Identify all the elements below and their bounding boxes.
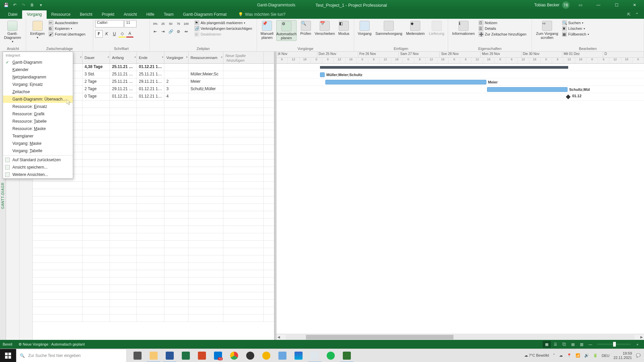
menu-save-view[interactable]: Ansicht speichern... (3, 164, 73, 171)
pct25-button[interactable]: 25 (159, 20, 167, 27)
table-row-empty[interactable] (33, 263, 274, 270)
tab-projekt[interactable]: Projekt (97, 10, 119, 19)
volume-icon[interactable]: 🔊 (584, 353, 589, 358)
table-row-empty[interactable] (33, 189, 274, 196)
view-menu-item[interactable]: Teamplaner (3, 132, 73, 140)
zoom-in-icon[interactable]: ＋ (633, 341, 641, 348)
notification-icon[interactable]: 💬 (636, 353, 641, 358)
tab-bericht[interactable]: Bericht (75, 10, 97, 19)
col-end[interactable]: Ende▾ (137, 52, 164, 63)
app-yellow[interactable] (258, 349, 274, 362)
table-row-empty[interactable] (33, 241, 274, 248)
deactivate-button[interactable]: ⊘Deaktivieren (194, 32, 253, 37)
gantt-task-bar[interactable]: Meier (325, 80, 486, 84)
view-menu-item[interactable]: Vorgang: Maske (3, 140, 73, 147)
chrome-app[interactable] (226, 349, 242, 362)
scroll-left-icon[interactable]: ◀ (276, 335, 281, 339)
share-icon[interactable]: ⇱ (627, 12, 633, 17)
cell-pred[interactable]: 3 (164, 86, 189, 93)
tab-datei[interactable]: Datei (3, 10, 22, 19)
view-menu-item[interactable]: Netzplandiagramm (3, 73, 73, 81)
onedrive-icon[interactable]: ☁ (559, 353, 563, 358)
copy-button[interactable]: ⧉Kopieren▾ (48, 26, 86, 31)
font-name-select[interactable]: Calibri (95, 20, 124, 27)
notepad-app[interactable] (307, 349, 323, 362)
table-row-empty[interactable] (33, 300, 274, 307)
view-menu-item[interactable]: Vorgang: Einsatz (3, 81, 73, 88)
cell-res[interactable]: Müller;Meier;Sc (189, 71, 223, 78)
auto-schedule-button[interactable]: ⚙Automatisch planen (276, 20, 297, 41)
view-menu-item[interactable]: Vorgang: Tabelle (3, 147, 73, 155)
cell-res[interactable]: Schultz;Müller (189, 86, 223, 93)
gantt-task-bar[interactable]: Müller;Meier;Schultz (320, 72, 325, 77)
font-size-select[interactable]: 11 (124, 20, 137, 27)
table-row-empty[interactable] (33, 292, 274, 300)
manual-schedule-button[interactable]: 📌Manuell planen (259, 20, 275, 40)
table-row-empty[interactable] (33, 182, 274, 189)
cell-start[interactable]: 25.11.21 08:0 (110, 64, 137, 71)
format-painter-button[interactable]: 🖌Format übertragen (48, 32, 86, 37)
clear-button[interactable]: ✖Löschen▾ (561, 26, 590, 31)
font-color-button[interactable]: A (126, 30, 133, 38)
cell-end[interactable]: 25.11.21 11:0 (137, 71, 164, 78)
zoom-out-icon[interactable]: — (586, 341, 594, 348)
save-icon[interactable]: 💾 (3, 2, 9, 8)
scroll-right-icon[interactable]: ▶ (639, 335, 644, 339)
mark-ontrack-button[interactable]: ⚑Als plangemäß markieren▾ (194, 20, 253, 25)
zoom-slider[interactable] (597, 344, 631, 345)
cell-res[interactable]: Meier (189, 78, 223, 85)
scroll-to-task-button[interactable]: ⇨Zum Vorgang scrollen (534, 20, 560, 40)
taskview-button[interactable] (129, 349, 146, 362)
table-row-empty[interactable] (33, 219, 274, 226)
cut-button[interactable]: ✂Ausschneiden (48, 20, 86, 25)
ribbon-display-options-icon[interactable]: ▭ (573, 0, 588, 10)
table-row-empty[interactable] (33, 233, 274, 241)
spotify-app[interactable] (323, 349, 339, 362)
table-row-empty[interactable] (33, 278, 274, 285)
view-gantt-icon[interactable]: ▦ (543, 341, 551, 348)
cell-pred[interactable]: 2 (164, 78, 189, 85)
indent-button[interactable]: ⇥ (159, 28, 167, 35)
cell-pred[interactable] (164, 64, 189, 71)
details-button[interactable]: ☰Details (478, 26, 527, 31)
gantt-task-bar[interactable]: Schultz;Mül (487, 87, 568, 92)
location-icon[interactable]: 📍 (567, 353, 572, 358)
view-menu-item[interactable]: Ressource: Grafik (3, 110, 73, 118)
italic-button[interactable]: K (103, 30, 110, 38)
view-menu-item[interactable]: Ressource: Tabelle (3, 118, 73, 125)
information-button[interactable]: ℹInformationen (450, 20, 477, 36)
table-row-empty[interactable] (33, 204, 274, 211)
undo-icon[interactable]: ↶ (11, 2, 18, 8)
cell-end[interactable]: 01.12.21 11:0 (137, 64, 164, 71)
fill-color-button[interactable]: ◇ (118, 30, 126, 38)
table-row-empty[interactable] (33, 255, 274, 263)
tab-vorgang[interactable]: Vorgang (22, 10, 47, 19)
clock[interactable]: 19:59 22.11.2021 (613, 351, 632, 360)
col-duration[interactable]: Dauer▾ (83, 52, 110, 63)
view-resource-icon[interactable]: ▥ (578, 341, 586, 348)
cell-new[interactable] (223, 71, 264, 78)
table-row-empty[interactable] (33, 248, 274, 255)
minimize-button[interactable]: — (591, 0, 606, 10)
tray-expand-icon[interactable]: ˄ (553, 353, 555, 358)
insert-deliverable-button[interactable]: Lieferung (427, 20, 446, 36)
qat-doc-icon[interactable]: 🗎 (29, 2, 36, 8)
obs-app[interactable] (242, 349, 258, 362)
cell-duration[interactable]: 2 Tage (83, 78, 110, 85)
cell-end[interactable]: 01.12.21 11:0 (137, 86, 164, 93)
project-app[interactable] (339, 349, 355, 362)
cell-start[interactable]: 01.12.21 11:0 (110, 93, 137, 100)
insert-task-button[interactable]: Vorgang (356, 20, 373, 36)
app-doc[interactable] (274, 349, 290, 362)
taskbar-search[interactable]: 🔍 Zur Suche Text hier eingeben (16, 349, 127, 362)
pct75-button[interactable]: 75 (175, 20, 182, 27)
mode-button[interactable]: ◧Modus (336, 20, 352, 36)
find-button[interactable]: 🔍Suchen▾ (561, 20, 590, 25)
cell-start[interactable]: 25.11.21 08:0 (110, 71, 137, 78)
col-start[interactable]: Anfang▾ (110, 52, 137, 63)
gantt-view-split-button[interactable]: Gantt- Diagramm ▼ (2, 20, 23, 44)
zoom-handle[interactable] (613, 342, 616, 347)
battery-icon[interactable]: 🔋 (593, 353, 598, 358)
cell-start[interactable]: 29.11.21 11:0 (110, 86, 137, 93)
tab-team[interactable]: Team (159, 10, 178, 19)
